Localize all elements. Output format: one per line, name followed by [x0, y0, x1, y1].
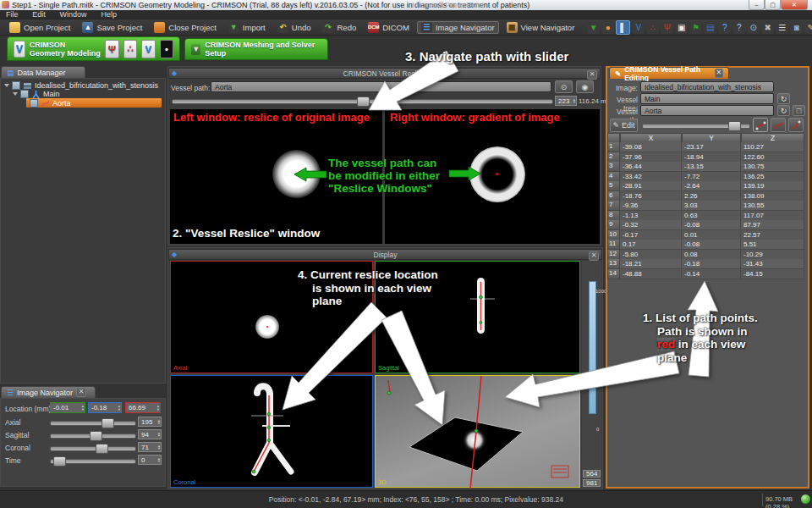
coordinate-cell[interactable]: -0.08: [682, 220, 741, 230]
coordinate-cell[interactable]: -13.15: [682, 162, 741, 172]
menu-help[interactable]: Help: [95, 10, 123, 19]
vessel-tree-field[interactable]: Main: [640, 93, 774, 104]
menu-window[interactable]: Window: [54, 10, 93, 19]
menu-edit[interactable]: Edit: [26, 10, 52, 19]
coordinate-cell[interactable]: -39.08: [620, 142, 682, 152]
image-navigator-tab[interactable]: ☰ Image Navigator ✕: [1, 386, 96, 398]
coordinate-cell[interactable]: 139.19: [741, 181, 804, 191]
reslice-slider-handle[interactable]: [357, 97, 370, 107]
coordinate-cell[interactable]: 22.57: [741, 230, 804, 240]
coordinate-cell[interactable]: -84.15: [741, 269, 804, 279]
sagittal-value[interactable]: 94▴▾: [138, 429, 162, 439]
coordinate-cell[interactable]: -9.36: [620, 201, 682, 211]
coordinate-cell[interactable]: -18.21: [620, 259, 682, 269]
coordinate-cell[interactable]: -10.29: [741, 250, 804, 260]
black-reslice-icon[interactable]: ▣: [675, 21, 688, 34]
save-project-button[interactable]: ▲Save Project: [78, 21, 146, 34]
properties-list-icon[interactable]: ☰: [776, 21, 788, 34]
point-set-icon[interactable]: ∴: [646, 21, 659, 34]
reslice-position-slider[interactable]: [172, 99, 553, 104]
display-titlebar[interactable]: ◆ Display ✕: [168, 249, 602, 260]
path-point-row[interactable]: 8-1.130.63117.07: [607, 211, 804, 221]
coronal-value[interactable]: 71▴▾: [138, 442, 162, 452]
path-point-marker[interactable]: [295, 173, 298, 175]
path-point-row[interactable]: 12-5.800.08-10.29: [607, 250, 804, 260]
coordinate-cell[interactable]: 0.63: [682, 211, 741, 221]
tab-meshing-solver[interactable]: ▼ CRIMSON Meshing and Solver Setup: [184, 38, 328, 60]
coordinate-cell[interactable]: 0.17: [620, 240, 682, 250]
title-bar[interactable]: Step1 - Single Path.mitk - CRIMSON Geome…: [0, 0, 812, 10]
sagittal-slider[interactable]: [50, 433, 136, 439]
green-flag-icon[interactable]: ⚑: [689, 21, 702, 34]
screenshot-camera-icon[interactable]: ◙: [790, 21, 803, 34]
vessel-path-field[interactable]: Aorta: [211, 81, 551, 92]
visibility-checkbox[interactable]: [20, 90, 29, 98]
reslice-target-button[interactable]: ⊙: [555, 80, 573, 93]
reslice-subicon[interactable]: •: [160, 40, 173, 58]
coordinate-cell[interactable]: -0.14: [682, 269, 741, 279]
path-point-row[interactable]: 4-33.42-7.72136.25: [607, 172, 804, 182]
coordinate-cell[interactable]: 130.55: [741, 201, 804, 211]
menu-file[interactable]: File: [0, 10, 25, 19]
location-x-field[interactable]: -0.01▴▾: [50, 402, 85, 413]
coordinate-cell[interactable]: 122.60: [741, 152, 804, 163]
axial-value[interactable]: 195▴▾: [138, 417, 162, 427]
location-y-field[interactable]: -0.18▴▾: [88, 402, 122, 413]
axial-slider-handle[interactable]: [102, 418, 114, 428]
path-point-row[interactable]: 1-39.08-23.17110.27: [607, 142, 804, 152]
path-point-table[interactable]: 1-39.08-23.17110.272-37.96-18.94122.603-…: [607, 142, 804, 279]
path-point-row[interactable]: 10-0.170.0122.57: [607, 230, 804, 240]
vessel-path-editing-tab[interactable]: ✎ CRIMSON Vessel Path Editing ✕: [609, 67, 729, 79]
coordinate-cell[interactable]: -0.32: [620, 220, 682, 230]
vessel-path-icon[interactable]: V: [632, 21, 645, 34]
coronal-view[interactable]: Coronal: [170, 375, 373, 488]
open-project-button[interactable]: Open Project: [5, 21, 74, 34]
sagittal-slider-handle[interactable]: [90, 431, 102, 441]
blue-book-icon[interactable]: ▤: [704, 21, 716, 34]
vessel-tree-icon[interactable]: Ψ: [661, 21, 673, 34]
close-project-button[interactable]: Close Project: [150, 21, 221, 34]
maximize-button[interactable]: ▢: [765, 0, 781, 10]
reslice-index-spinbox[interactable]: 223▴▾: [555, 96, 577, 106]
whats-this-icon[interactable]: ?: [732, 21, 745, 34]
surface-marker-icon[interactable]: ●: [601, 21, 614, 34]
point-scatter-subicon[interactable]: ∴: [123, 40, 137, 58]
vessel-path-field[interactable]: Aorta: [640, 105, 774, 116]
image-navigator-button[interactable]: ☰Image Navigator: [417, 21, 499, 34]
coordinate-cell[interactable]: -23.17: [682, 142, 741, 152]
coordinate-cell[interactable]: -31.43: [741, 259, 804, 269]
visibility-checkbox[interactable]: [30, 99, 38, 108]
coordinate-cell[interactable]: 0.01: [682, 230, 741, 240]
find-help-icon[interactable]: ⊙: [747, 21, 760, 34]
coordinate-cell[interactable]: -28.91: [620, 181, 682, 191]
close-icon[interactable]: ✕: [587, 70, 597, 80]
levelwindow-value-1[interactable]: 564: [583, 470, 601, 478]
coordinate-cell[interactable]: -5.80: [620, 250, 682, 260]
reset-vessel-tree-button[interactable]: ↻: [777, 93, 790, 104]
minimize-button[interactable]: –: [749, 0, 765, 10]
coordinate-cell[interactable]: -18.94: [682, 152, 741, 163]
coronal-slider[interactable]: [50, 446, 136, 451]
coordinate-cell[interactable]: 138.09: [741, 191, 804, 202]
coordinate-cell[interactable]: 5.51: [741, 240, 804, 250]
path-with-points-tool-button[interactable]: [753, 118, 768, 132]
path-point-row[interactable]: 3-36.44-13.15130.75: [607, 162, 804, 172]
coordinate-cell[interactable]: -37.96: [620, 152, 682, 163]
image-statistics-icon[interactable]: ▌: [616, 20, 630, 35]
vessel-v-subicon[interactable]: V: [141, 40, 155, 58]
coordinate-cell[interactable]: -0.08: [682, 240, 741, 250]
coordinate-cell[interactable]: 136.25: [741, 172, 804, 182]
dicom-button[interactable]: DCMDICOM: [364, 21, 414, 34]
vessel-reslice-titlebar[interactable]: ◆ CRIMSON Vessel Reslice ✕: [168, 68, 601, 79]
toggle-visibility-button[interactable]: ◉: [576, 80, 594, 93]
path-segment-tool-button[interactable]: [788, 118, 804, 132]
coordinate-cell[interactable]: -18.76: [620, 191, 682, 202]
redo-button[interactable]: ↷Redo: [318, 21, 360, 34]
close-icon[interactable]: ✕: [715, 69, 723, 78]
coordinate-cell[interactable]: 117.07: [741, 211, 804, 221]
location-z-field[interactable]: 66.69▴▾: [125, 402, 161, 413]
time-value[interactable]: 0▴▾: [138, 455, 162, 465]
import-button[interactable]: ▼Import: [224, 21, 270, 34]
expander-icon[interactable]: [4, 84, 9, 87]
fan-icon[interactable]: ✖: [761, 21, 774, 34]
